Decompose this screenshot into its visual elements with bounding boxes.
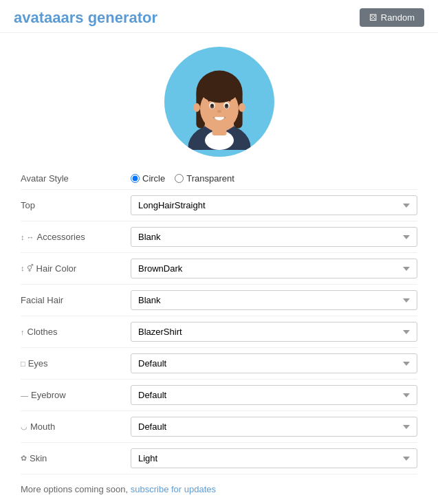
subscribe-link[interactable]: subscribe for updates bbox=[131, 484, 216, 494]
hair-color-row: ↕ ⚥Hair ColorBrownDarkBlackBlondeAuburn bbox=[21, 253, 417, 285]
accessories-label: ↕ ↔Accessories bbox=[21, 232, 131, 242]
accessories-row: ↕ ↔AccessoriesBlankKurtPrescription01Sun… bbox=[21, 221, 417, 253]
clothes-icon: ↑ bbox=[21, 328, 25, 336]
skin-icon: ✿ bbox=[21, 454, 27, 463]
hair-color-control: BrownDarkBlackBlondeAuburn bbox=[131, 259, 417, 278]
svg-point-8 bbox=[199, 74, 239, 102]
eyes-select[interactable]: DefaultHappySurprisedSide bbox=[131, 353, 417, 373]
clothes-row: ↑ClothesBlazerShirtHoodieCollarSweater bbox=[21, 316, 417, 348]
clothes-label: ↑Clothes bbox=[21, 327, 131, 337]
top-select[interactable]: LongHairStraightLongHairBobShortHairShor… bbox=[131, 195, 417, 215]
eyes-control: DefaultHappySurprisedSide bbox=[131, 353, 417, 373]
transparent-option[interactable]: Transparent bbox=[175, 173, 234, 184]
app-title: avataaars generator bbox=[14, 9, 157, 27]
fields-container: TopLongHairStraightLongHairBobShortHairS… bbox=[0, 190, 438, 474]
mouth-select[interactable]: DefaultSmileSadTongue bbox=[131, 417, 417, 437]
transparent-radio[interactable] bbox=[175, 174, 184, 183]
random-button[interactable]: ⚄ Random bbox=[360, 8, 424, 27]
hair-color-label: ↕ ⚥Hair Color bbox=[21, 263, 131, 274]
circle-radio[interactable] bbox=[131, 174, 140, 183]
mouth-icon: ◡ bbox=[21, 422, 28, 431]
eyebrow-icon: — bbox=[21, 391, 28, 399]
avatar-style-row: Avatar Style Circle Transparent bbox=[21, 168, 417, 190]
eyebrow-row: —EyebrowDefaultAngryFlatNaturalRaised bbox=[21, 380, 417, 411]
avatar-style-options: Circle Transparent bbox=[131, 173, 234, 184]
accessories-icon: ↕ ↔ bbox=[21, 233, 34, 241]
avatar-preview bbox=[0, 33, 438, 168]
svg-point-16 bbox=[193, 103, 200, 112]
eyebrow-select[interactable]: DefaultAngryFlatNaturalRaised bbox=[131, 385, 417, 405]
footer-buttons: ⬇ Download PNG ⬇ Download SVG </> Show R… bbox=[0, 498, 438, 504]
mouth-control: DefaultSmileSadTongue bbox=[131, 417, 417, 437]
clothes-control: BlazerShirtHoodieCollarSweater bbox=[131, 322, 417, 342]
circle-option[interactable]: Circle bbox=[131, 173, 165, 184]
mouth-row: ◡MouthDefaultSmileSadTongue bbox=[21, 411, 417, 443]
app-header: avataaars generator ⚄ Random bbox=[0, 0, 438, 33]
top-row: TopLongHairStraightLongHairBobShortHairS… bbox=[21, 190, 417, 221]
top-label: Top bbox=[21, 200, 131, 210]
accessories-control: BlankKurtPrescription01Sunglasses bbox=[131, 227, 417, 247]
eyebrow-control: DefaultAngryFlatNaturalRaised bbox=[131, 385, 417, 405]
hair-color-icon: ↕ ⚥ bbox=[21, 264, 34, 273]
svg-point-13 bbox=[211, 105, 213, 107]
hair-color-select[interactable]: BrownDarkBlackBlondeAuburn bbox=[131, 259, 417, 278]
facial-hair-row: Facial HairBlankBeardMediumMoustacheFanc… bbox=[21, 285, 417, 316]
avatar-style-label: Avatar Style bbox=[21, 173, 131, 184]
dice-icon: ⚄ bbox=[369, 12, 377, 23]
avatar-circle bbox=[164, 47, 274, 157]
avatar-image bbox=[171, 54, 267, 150]
skin-label: ✿Skin bbox=[21, 453, 131, 463]
footer-note: More options coming soon, subscribe for … bbox=[0, 474, 438, 498]
eyes-row: □EyesDefaultHappySurprisedSide bbox=[21, 348, 417, 380]
accessories-select[interactable]: BlankKurtPrescription01Sunglasses bbox=[131, 227, 417, 247]
skin-select[interactable]: LightBrownDarkBrownBlackTannedYellowPale bbox=[131, 448, 417, 468]
skin-control: LightBrownDarkBrownBlackTannedYellowPale bbox=[131, 448, 417, 468]
svg-point-15 bbox=[217, 110, 221, 113]
eyes-label: □Eyes bbox=[21, 358, 131, 369]
facial-hair-control: BlankBeardMediumMoustacheFancy bbox=[131, 290, 417, 310]
svg-point-14 bbox=[226, 105, 228, 107]
mouth-label: ◡Mouth bbox=[21, 421, 131, 432]
svg-point-17 bbox=[239, 103, 245, 112]
top-control: LongHairStraightLongHairBobShortHairShor… bbox=[131, 195, 417, 215]
eyebrow-label: —Eyebrow bbox=[21, 390, 131, 400]
facial-hair-select[interactable]: BlankBeardMediumMoustacheFancy bbox=[131, 290, 417, 310]
skin-row: ✿SkinLightBrownDarkBrownBlackTannedYello… bbox=[21, 443, 417, 474]
clothes-select[interactable]: BlazerShirtHoodieCollarSweater bbox=[131, 322, 417, 342]
options-panel: Avatar Style Circle Transparent bbox=[0, 168, 438, 190]
facial-hair-label: Facial Hair bbox=[21, 295, 131, 305]
eyes-icon: □ bbox=[21, 360, 25, 368]
